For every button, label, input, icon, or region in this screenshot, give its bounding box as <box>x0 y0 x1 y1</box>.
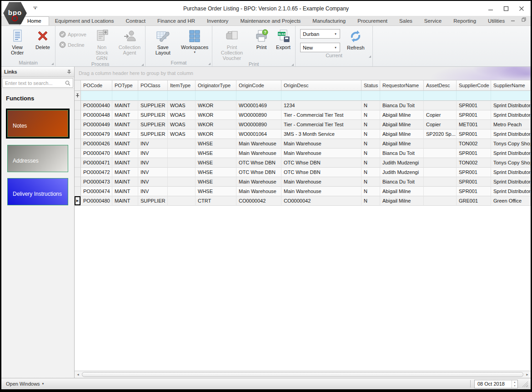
cell-requestorname: Bianca Du Toit <box>380 149 424 158</box>
cell-requestorname: Judith Mudzengi <box>380 158 424 168</box>
focused-row-arrow <box>75 101 80 110</box>
view-order-button[interactable]: View Order <box>3 27 31 55</box>
save-layout-button[interactable]: Save Layout <box>147 27 178 55</box>
row-indicator-cell <box>75 177 81 187</box>
collection-agent-button[interactable]: Collection Agent <box>115 27 144 55</box>
pin-icon[interactable] <box>66 69 71 74</box>
filter-cell[interactable] <box>112 91 138 101</box>
delivery-instructions-button[interactable]: Delivery Instructions <box>7 178 68 205</box>
ribbon-tab[interactable]: Inventory <box>201 17 234 25</box>
ribbon-tab[interactable]: Maintenance and Projects <box>234 17 306 25</box>
group-caption-print: Print <box>249 61 259 67</box>
cell-status: N <box>361 129 380 139</box>
cell-suppliercode: SPR001 <box>457 187 491 196</box>
dialog-launcher[interactable] <box>208 63 211 65</box>
group-by-panel[interactable]: Drag a column header here to group by th… <box>75 67 531 80</box>
dialog-launcher[interactable] <box>291 64 294 66</box>
table-row[interactable]: PO0000440 MAINT SUPPLIER WOAS WKOR WO000… <box>75 101 531 110</box>
ribbon-tab[interactable]: Contract <box>120 17 151 25</box>
maximize-button[interactable] <box>503 6 509 11</box>
mdi-restore-icon[interactable] <box>522 15 526 24</box>
minimize-button[interactable] <box>488 6 493 11</box>
delete-button[interactable]: Delete <box>32 27 53 50</box>
close-button[interactable] <box>519 6 524 11</box>
filter-cell[interactable] <box>424 91 457 101</box>
workspaces-button[interactable]: Workspaces ▼ <box>179 27 210 54</box>
filter-cell[interactable] <box>81 91 112 101</box>
ribbon-tab[interactable]: Service <box>418 17 447 25</box>
table-row[interactable]: PO0000471 MAINT INV WHSE OTC Whse DBN OT… <box>75 158 531 168</box>
column-header[interactable]: OriginCode <box>236 80 281 91</box>
scroll-left-arrow[interactable]: ◂ <box>75 372 81 377</box>
ribbon-tab[interactable]: Finance and HR <box>151 17 201 25</box>
table-row[interactable]: PO0000426 MAINT INV WHSE Main Warehouse … <box>75 139 531 149</box>
column-header[interactable]: OriginDesc <box>281 80 361 91</box>
export-button[interactable]: XLSX Export <box>273 27 294 50</box>
filter-cell[interactable] <box>380 91 424 101</box>
ribbon-tab[interactable]: Sales <box>393 17 418 25</box>
table-row[interactable]: PO0000449 MAINT SUPPLIER WOAS WKOR WO000… <box>75 120 531 129</box>
column-header[interactable]: OriginatorType <box>196 80 236 91</box>
date-spin-down[interactable]: ▼ <box>512 384 517 388</box>
column-header[interactable]: RequestorName <box>380 80 424 91</box>
ribbon-tab[interactable]: Reporting <box>447 17 482 25</box>
column-header[interactable]: POCode <box>81 80 112 91</box>
filter-cell[interactable] <box>168 91 196 101</box>
refresh-button[interactable]: Refresh <box>345 28 367 52</box>
table-row[interactable]: PO0000472 MAINT INV WHSE OTC Whse DBN OT… <box>75 168 531 177</box>
print-button[interactable]: ? Print <box>251 27 272 50</box>
cell-pocode: PO0000426 <box>81 139 112 149</box>
ribbon-tab[interactable]: Manufacturing <box>306 17 351 25</box>
date-editor[interactable]: 08 Oct 2018 ▲ ▼ <box>474 380 518 388</box>
ribbon-tab[interactable]: Procurement <box>351 17 393 25</box>
notes-button[interactable]: Notes <box>7 110 68 137</box>
table-row[interactable]: PO0000448 MAINT SUPPLIER WOAS WKOR WO000… <box>75 110 531 120</box>
column-header[interactable]: SupplierCode <box>457 80 491 91</box>
dialog-launcher[interactable] <box>141 64 144 66</box>
ribbon-tab[interactable]: Utilities <box>482 17 511 25</box>
resize-grip[interactable] <box>522 381 528 387</box>
table-row[interactable]: ▶ PO0000480 MAINT SUPPLIER CTRT CO000004… <box>75 196 531 206</box>
filter-cell[interactable] <box>281 91 361 101</box>
ribbon-tab[interactable]: Equipment and Locations <box>49 17 120 25</box>
links-panel-title: Links <box>4 69 17 74</box>
table-row[interactable]: PO0000473 MAINT INV WHSE Main Warehouse … <box>75 177 531 187</box>
scroll-right-arrow[interactable]: ▸ <box>524 372 531 377</box>
column-header[interactable]: POClass <box>138 80 168 91</box>
addresses-button[interactable]: Addresses <box>7 145 68 172</box>
ribbon-group-print: Print Collection Voucher ? Print XLSX Ex… <box>212 26 296 66</box>
mdi-minimize-icon[interactable] <box>511 15 515 24</box>
status-select[interactable]: New▼ <box>300 43 340 52</box>
column-header[interactable]: AssetDesc <box>424 80 457 91</box>
table-row[interactable]: PO0000479 MAINT SUPPLIER WOAS WKOR WO000… <box>75 129 531 139</box>
filter-cell[interactable] <box>457 91 491 101</box>
decline-button[interactable]: Decline <box>59 41 86 48</box>
open-windows-button[interactable]: Open Windows▼ <box>6 381 45 387</box>
cell-originatortype: WHSE <box>196 187 236 196</box>
column-header[interactable]: SupplierName <box>491 80 531 91</box>
column-header[interactable]: POType <box>112 80 138 91</box>
table-row[interactable]: PO0000474 MAINT INV WHSE Main Warehouse … <box>75 187 531 196</box>
horizontal-scrollbar[interactable]: ◂ ▸ <box>75 371 531 378</box>
filter-cell[interactable] <box>361 91 380 101</box>
dialog-launcher[interactable] <box>369 55 371 58</box>
filter-cell[interactable] <box>491 91 531 101</box>
cell-status: N <box>361 139 380 149</box>
non-stock-grn-button[interactable]: Non Stock GRN <box>89 27 115 61</box>
print-collection-voucher-button[interactable]: Print Collection Voucher <box>214 27 250 61</box>
cell-origindesc: Tier - Commercial Tier Test <box>281 120 361 129</box>
cell-origincode: Main Warehouse <box>236 149 281 158</box>
search-input[interactable] <box>2 78 73 88</box>
column-header[interactable]: ItemType <box>168 80 196 91</box>
filter-cell[interactable] <box>236 91 281 101</box>
filter-cell[interactable] <box>196 91 236 101</box>
cell-suppliername: Sprint Distributors <box>491 187 531 196</box>
site-select[interactable]: Durban▼ <box>300 29 340 39</box>
column-header[interactable]: Status <box>361 80 380 91</box>
scrollbar-thumb[interactable] <box>82 372 523 377</box>
table-row[interactable]: PO0000470 MAINT INV WHSE Main Warehouse … <box>75 149 531 158</box>
filter-cell[interactable] <box>138 91 168 101</box>
dialog-launcher[interactable] <box>51 63 54 65</box>
approve-button[interactable]: Approve <box>59 31 86 38</box>
date-spin-up[interactable]: ▲ <box>512 380 517 384</box>
